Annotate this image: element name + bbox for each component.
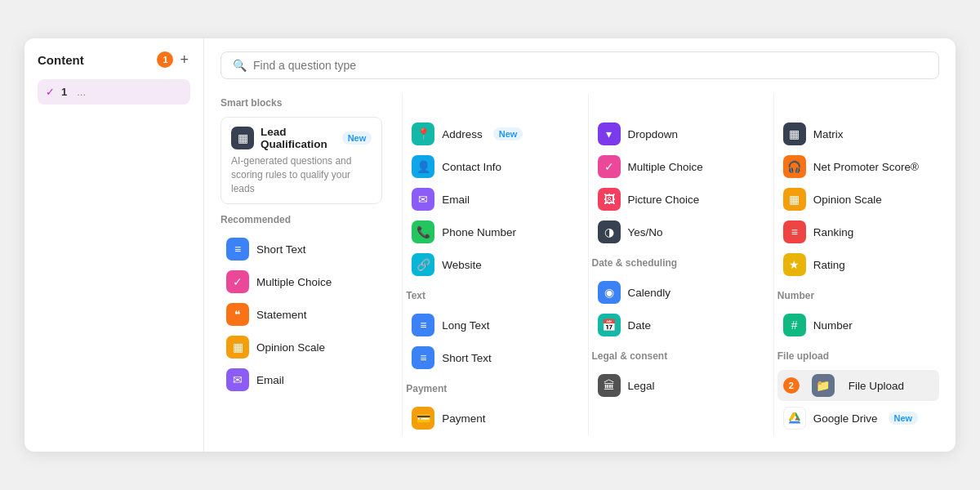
website-icon: 🔗	[412, 253, 434, 276]
question-label: Statement	[256, 309, 307, 321]
item-dots: ...	[77, 86, 86, 98]
short-text2-icon: ≡	[412, 346, 434, 369]
question-label: Legal	[628, 380, 655, 392]
lead-qual-block[interactable]: ▦ Lead Qualification New AI-generated qu…	[220, 117, 382, 204]
list-item[interactable]: 🎧 Net Promoter Score®	[777, 151, 939, 182]
col-number-file: ▦ Matrix 🎧 Net Promoter Score® ▦ Opinion…	[777, 94, 939, 435]
search-bar: 🔍	[220, 51, 939, 79]
list-item[interactable]: ▦ Opinion Scale	[777, 184, 939, 215]
question-label: Email	[256, 374, 284, 386]
list-item[interactable]: Google Drive New	[777, 403, 939, 434]
question-label: Short Text	[442, 352, 492, 364]
question-label: Rating	[813, 259, 845, 271]
multiple-choice2-icon: ✓	[598, 155, 621, 178]
list-item[interactable]: ◉ Calendly	[592, 277, 754, 308]
content-panel: 🔍 Smart blocks ▦ Lead Qualification New …	[204, 38, 956, 452]
list-item[interactable]: ≡ Long Text	[406, 310, 568, 341]
divider-3	[773, 94, 774, 435]
list-item[interactable]: 🏛 Legal	[592, 370, 754, 401]
sidebar-header-right: 1 +	[157, 51, 190, 68]
text-label: Text	[406, 290, 568, 301]
divider-2	[588, 94, 589, 435]
question-label: Multiple Choice	[628, 161, 703, 173]
divider-1	[402, 94, 403, 435]
short-text-icon: ≡	[226, 238, 249, 261]
question-label: Net Promoter Score®	[813, 161, 919, 173]
statement-icon: ❝	[226, 303, 249, 326]
content-badge: 1	[157, 51, 173, 68]
picture-choice-icon: 🖼	[598, 188, 621, 211]
question-label: Yes/No	[628, 226, 663, 238]
question-label: Matrix	[813, 128, 844, 140]
list-item[interactable]: 📞 Phone Number	[406, 216, 568, 247]
question-label: Google Drive	[813, 412, 878, 425]
payment-icon: 💳	[412, 407, 434, 430]
list-item[interactable]: ❝ Statement	[220, 299, 382, 330]
phone-icon: 📞	[412, 220, 434, 243]
nps-icon: 🎧	[783, 155, 806, 178]
search-input[interactable]	[253, 59, 927, 72]
number-label: Number	[777, 290, 939, 301]
spacer	[592, 97, 754, 110]
calendly-icon: ◉	[598, 281, 621, 304]
list-item[interactable]: 2 📁 File Upload	[777, 370, 939, 401]
dropdown-icon: ▾	[598, 122, 621, 145]
list-item[interactable]: 📍 Address New	[406, 118, 568, 149]
list-item[interactable]: ✉ Email	[406, 184, 568, 215]
file-upload-label: File upload	[777, 350, 939, 362]
file-upload-badge: 2	[783, 377, 800, 394]
question-label: Website	[442, 259, 482, 271]
lead-qual-desc: AI-generated questions and scoring rules…	[231, 154, 372, 195]
payment-label: Payment	[406, 383, 568, 394]
search-icon: 🔍	[233, 59, 247, 72]
col-text-payment: 📍 Address New 👤 Contact Info ✉ Email 📞 P…	[406, 94, 584, 435]
address-icon: 📍	[412, 122, 434, 145]
question-label: Email	[442, 194, 470, 206]
sidebar-header: Content 1 +	[38, 51, 190, 68]
question-label: Opinion Scale	[256, 341, 325, 354]
col-date-legal: ▾ Dropdown ✓ Multiple Choice 🖼 Picture C…	[592, 94, 770, 435]
list-item[interactable]: ✉ Email	[220, 364, 382, 395]
legal-icon: 🏛	[598, 374, 621, 397]
sidebar-item-1[interactable]: ✓ 1 ...	[38, 79, 190, 105]
list-item[interactable]: ✓ Multiple Choice	[220, 266, 382, 297]
item-number: 1	[61, 86, 67, 98]
matrix-icon: ▦	[783, 122, 806, 145]
list-item[interactable]: ▦ Opinion Scale	[220, 332, 382, 363]
long-text-icon: ≡	[412, 314, 434, 336]
ranking-icon: ≡	[783, 220, 806, 243]
lead-qual-badge: New	[342, 131, 372, 145]
address-badge: New	[493, 127, 523, 140]
legal-label: Legal & consent	[592, 350, 754, 362]
list-item[interactable]: 👤 Contact Info	[406, 151, 568, 182]
question-label: Date	[628, 319, 652, 332]
list-item[interactable]: 🖼 Picture Choice	[592, 184, 754, 215]
list-item[interactable]: ✓ Multiple Choice	[592, 151, 754, 182]
question-label: Dropdown	[628, 128, 679, 140]
list-item[interactable]: ≡ Short Text	[406, 342, 568, 373]
question-label: Phone Number	[442, 226, 516, 238]
list-item[interactable]: ▾ Dropdown	[592, 118, 754, 149]
list-item[interactable]: ▦ Matrix	[777, 118, 939, 149]
question-label: Address	[442, 128, 483, 140]
list-item[interactable]: 📅 Date	[592, 310, 754, 341]
list-item[interactable]: ◑ Yes/No	[592, 216, 754, 247]
recommended-label: Recommended	[220, 214, 382, 225]
main-container: Content 1 + ✓ 1 ... 🔍 Smart blocks ▦	[24, 38, 956, 452]
add-content-button[interactable]: +	[178, 52, 190, 67]
email-icon: ✉	[226, 368, 249, 391]
list-item[interactable]: ★ Rating	[777, 249, 939, 280]
question-label: Short Text	[256, 243, 306, 256]
list-item[interactable]: 💳 Payment	[406, 403, 568, 434]
smart-blocks-label: Smart blocks	[220, 97, 382, 109]
question-label: Multiple Choice	[256, 276, 332, 288]
lead-qual-title: Lead Qualification	[261, 126, 332, 150]
list-item[interactable]: 🔗 Website	[406, 249, 568, 280]
list-item[interactable]: ≡ Short Text	[220, 234, 382, 265]
spacer	[406, 97, 568, 110]
list-item[interactable]: ≡ Ranking	[777, 216, 939, 247]
list-item[interactable]: # Number	[777, 310, 939, 341]
file-upload-icon: 📁	[812, 374, 835, 397]
opinion-scale-icon: ▦	[226, 336, 249, 359]
lead-qual-icon: ▦	[231, 127, 254, 149]
